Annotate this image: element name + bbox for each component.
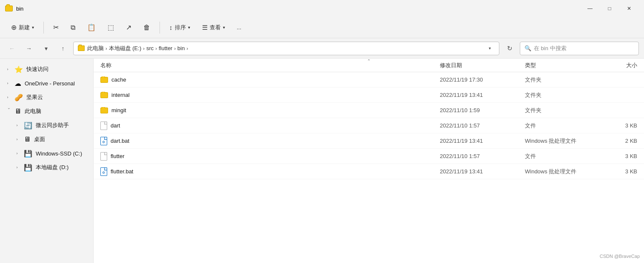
refresh-button[interactable]: ↻	[503, 42, 516, 55]
new-chevron-icon: ▾	[32, 25, 34, 30]
file-date-flutter-bat: 2022/11/19 13:41	[436, 168, 521, 175]
search-box[interactable]: 🔍 在 bin 中搜索	[520, 42, 639, 55]
address-path: 此电脑 › 本地磁盘 (E:) › src › flutter › bin ›	[87, 45, 188, 52]
sidebar-label: 桌面	[34, 136, 45, 143]
sort-chevron-icon: ▾	[188, 25, 190, 30]
address-bar-area: ← → ▾ ↑ 此电脑 › 本地磁盘 (E:) › src › flutter …	[0, 38, 644, 59]
col-header-type[interactable]: 类型	[521, 59, 598, 72]
sidebar-label: 微云同步助手	[36, 122, 69, 129]
sidebar-label: 此电脑	[25, 107, 41, 115]
view-label: 查看	[210, 24, 221, 31]
col-header-size[interactable]: 大小	[598, 59, 641, 72]
main-content: › ⭐ 快速访问 › ☁ OneDrive - Personal › 🥜 坚果云…	[0, 59, 644, 263]
col-header-name[interactable]: 名称	[97, 59, 436, 72]
close-button[interactable]: ✕	[619, 2, 639, 15]
recent-button[interactable]: ▾	[39, 42, 53, 55]
file-type-internal: 文件夹	[521, 91, 598, 99]
table-row[interactable]: ⚙ flutter.bat 2022/11/19 13:41 Windows 批…	[94, 164, 644, 179]
file-type-dart-bat: Windows 批处理文件	[521, 137, 598, 145]
view-icon: ☰	[202, 24, 208, 31]
file-date-dart: 2022/11/10 1:57	[436, 122, 521, 129]
col-header-date[interactable]: 修改日期	[436, 59, 521, 72]
file-name-flutter-bat: ⚙ flutter.bat	[97, 167, 436, 176]
file-date-dart-bat: 2022/11/19 13:41	[436, 138, 521, 144]
chevron-right-icon: ›	[14, 136, 20, 143]
file-type-dart: 文件	[521, 122, 598, 130]
star-icon: ⭐	[14, 65, 23, 74]
new-button[interactable]: ⊕ 新建 ▾	[7, 20, 38, 35]
back-button[interactable]: ←	[5, 42, 19, 55]
title-bar: bin — □ ✕	[0, 0, 644, 17]
file-icon	[100, 152, 107, 161]
copy-button[interactable]: ⧉	[66, 20, 80, 35]
path-chevron-5: ›	[186, 46, 188, 51]
bat-file-icon: ⚙	[100, 137, 107, 145]
table-row[interactable]: flutter 2022/11/10 1:57 文件 3 KB	[94, 149, 644, 164]
sidebar-item-onedrive[interactable]: › ☁ OneDrive - Personal	[2, 76, 91, 90]
table-row[interactable]: internal 2022/11/19 13:41 文件夹	[94, 88, 644, 103]
sidebar-item-local-d[interactable]: › 💾 本地磁盘 (D:)	[2, 161, 91, 174]
folder-icon	[100, 92, 108, 98]
sidebar-item-weiyun[interactable]: › 🔄 微云同步助手	[2, 119, 91, 132]
paste-icon: 📋	[87, 23, 96, 31]
window-icon	[5, 6, 13, 11]
file-size-flutter: 3 KB	[598, 153, 641, 159]
view-chevron-icon: ▾	[223, 25, 225, 30]
table-row[interactable]: dart 2022/11/10 1:57 文件 3 KB	[94, 118, 644, 133]
title-bar-left: bin	[5, 6, 23, 12]
file-size-flutter-bat: 3 KB	[598, 168, 641, 175]
path-bin: bin	[177, 45, 185, 51]
share-button[interactable]: ↗	[122, 20, 136, 35]
file-name-flutter: flutter	[97, 152, 436, 161]
table-row[interactable]: cache 2022/11/19 17:30 文件夹	[94, 72, 644, 88]
address-dropdown-button[interactable]: ▾	[484, 43, 495, 54]
sidebar-item-windows-ssd[interactable]: › 💾 Windows-SSD (C:)	[2, 147, 91, 160]
up-button[interactable]: ↑	[56, 42, 70, 55]
sidebar-item-desktop[interactable]: › 🖥 桌面	[2, 133, 91, 146]
chevron-right-icon: ›	[14, 122, 20, 129]
file-name-dart: dart	[97, 122, 436, 130]
sidebar-label: 快速访问	[26, 65, 48, 73]
address-bar[interactable]: 此电脑 › 本地磁盘 (E:) › src › flutter › bin › …	[73, 42, 499, 55]
paste-button[interactable]: 📋	[83, 20, 100, 35]
rename-icon: ⬚	[108, 23, 114, 31]
sidebar-label: OneDrive - Personal	[25, 80, 75, 87]
path-chevron-2: ›	[143, 46, 145, 51]
window-title: bin	[16, 6, 23, 12]
file-size-dart: 3 KB	[598, 122, 641, 129]
search-icon: 🔍	[524, 45, 531, 51]
file-list: ⌃ 名称 修改日期 类型 大小 cache 2022/11/19 17:30 文…	[94, 59, 644, 263]
sidebar-item-nutcloud[interactable]: › 🥜 坚果云	[2, 90, 91, 104]
nut-icon: 🥜	[14, 93, 23, 102]
minimize-button[interactable]: —	[580, 2, 600, 15]
cloud-icon: ☁	[14, 79, 21, 88]
sidebar-item-this-pc[interactable]: › 🖥 此电脑	[2, 105, 91, 118]
table-row[interactable]: mingit 2022/11/10 1:59 文件夹	[94, 103, 644, 118]
rename-button[interactable]: ⬚	[103, 20, 118, 35]
cut-button[interactable]: ✂	[49, 20, 63, 35]
desktop-icon: 🖥	[24, 136, 31, 143]
sidebar-item-quick-access[interactable]: › ⭐ 快速访问	[2, 62, 91, 76]
view-button[interactable]: ☰ 查看 ▾	[198, 20, 229, 35]
chevron-right-icon: ›	[14, 150, 20, 157]
table-row[interactable]: ⚙ dart.bat 2022/11/19 13:41 Windows 批处理文…	[94, 133, 644, 149]
file-date-mingit: 2022/11/10 1:59	[436, 107, 521, 113]
file-size-dart-bat: 2 KB	[598, 138, 641, 144]
maximize-button[interactable]: □	[600, 2, 619, 15]
path-drive: 本地磁盘 (E:)	[109, 45, 142, 52]
path-src: src	[146, 45, 154, 51]
file-name-mingit: mingit	[97, 107, 436, 113]
forward-button[interactable]: →	[22, 42, 36, 55]
delete-icon: 🗑	[143, 24, 150, 31]
sidebar: › ⭐ 快速访问 › ☁ OneDrive - Personal › 🥜 坚果云…	[0, 59, 94, 263]
more-button[interactable]: ...	[233, 20, 246, 35]
chevron-right-icon: ›	[14, 164, 20, 171]
new-label: 新建	[19, 24, 30, 31]
pc-icon: 🖥	[14, 107, 21, 115]
toolbar: ⊕ 新建 ▾ ✂ ⧉ 📋 ⬚ ↗ 🗑 ↕ 排序 ▾ ☰ 查看 ▾ ...	[0, 17, 644, 38]
sync-icon: 🔄	[24, 122, 32, 130]
sort-button[interactable]: ↕ 排序 ▾	[165, 20, 194, 35]
folder-icon	[100, 77, 108, 83]
delete-button[interactable]: 🗑	[139, 20, 154, 35]
sidebar-label: Windows-SSD (C:)	[36, 150, 82, 157]
